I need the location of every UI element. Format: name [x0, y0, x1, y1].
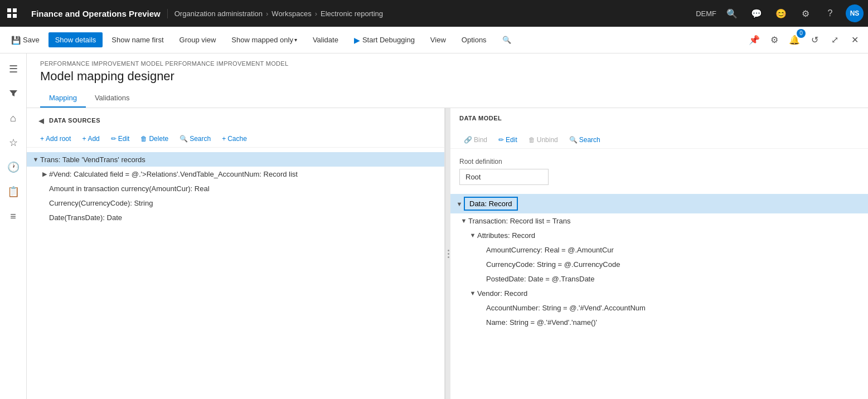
add-root-icon: + [40, 135, 44, 143]
date-label: Date(TransDate): Date [49, 213, 122, 222]
panel-splitter[interactable] [446, 108, 450, 399]
debug-icon: ▶ [354, 36, 360, 45]
data-sources-panel: ◀ DATA SOURCES + Add root + Add ✏ E [27, 108, 446, 399]
unbind-button[interactable]: 🗑 Unbind [524, 134, 562, 146]
transaction-collapse-toggle[interactable]: ▼ [459, 216, 468, 225]
vend-label: #Vend: Calculated field = @.'>Relations'… [49, 170, 298, 178]
save-button[interactable]: 💾 Save [4, 32, 46, 48]
group-view-button[interactable]: Group view [173, 32, 223, 47]
show-mapped-only-button[interactable]: Show mapped only ▾ [225, 32, 304, 47]
sidebar-item-home[interactable]: ⌂ [2, 107, 25, 129]
settings-icon[interactable]: ⚙ [765, 31, 783, 49]
user-avatar[interactable]: NS [846, 4, 864, 22]
data-sources-header: ◀ DATA SOURCES [27, 108, 444, 130]
name-label: Name: String = @.'#Vend'.'name()' [486, 318, 597, 327]
edit-button[interactable]: ✏ Edit [106, 133, 134, 145]
dm-tree-item-currency-code[interactable]: ▶ CurrencyCode: String = @.CurrencyCode [450, 257, 868, 271]
search-nav-icon[interactable]: 🔍 [723, 4, 741, 22]
dm-search-icon: 🔍 [569, 136, 578, 144]
page-breadcrumb: PERFORMANCE IMPROVEMENT MODEL PERFORMANC… [40, 60, 855, 67]
top-nav: Finance and Operations Preview Organizat… [0, 0, 868, 27]
dm-edit-button[interactable]: ✏ Edit [494, 134, 522, 146]
breadcrumb-workspaces[interactable]: Workspaces [271, 9, 311, 18]
main-layout: ☰ ⌂ ☆ 🕐 📋 ≡ PERFORMANCE IMPROVEMENT MODE… [0, 53, 868, 399]
add-button[interactable]: + Add [77, 133, 104, 145]
add-root-button[interactable]: + Add root [36, 133, 75, 145]
view-button[interactable]: View [424, 32, 453, 47]
cache-icon: + [222, 135, 226, 143]
data-model-panel: DATA MODEL 🔗 Bind ✏ Edit 🗑 Unbind [450, 108, 868, 399]
refresh-icon[interactable]: ↺ [806, 31, 823, 49]
trans-collapse-toggle[interactable]: ▼ [31, 155, 40, 164]
sidebar-item-workspaces[interactable]: 📋 [2, 181, 25, 203]
start-debugging-button[interactable]: ▶ Start Debugging [347, 32, 421, 48]
bind-button[interactable]: 🔗 Bind [459, 134, 492, 146]
svg-rect-0 [7, 8, 11, 12]
sidebar-item-favorites[interactable]: ☆ [2, 132, 25, 154]
chat-icon[interactable]: 💬 [748, 4, 765, 22]
validate-button[interactable]: Validate [306, 32, 345, 47]
app-grid-button[interactable] [4, 6, 20, 21]
content-area: PERFORMANCE IMPROVEMENT MODEL PERFORMANC… [27, 53, 868, 399]
search-button[interactable]: 🔍 Search [175, 133, 215, 145]
dm-tree-item-account-number[interactable]: ▶ AccountNumber: String = @.'#Vend'.Acco… [450, 300, 868, 315]
data-collapse-toggle[interactable]: ▼ [455, 199, 464, 208]
sidebar-item-recent[interactable]: 🕐 [2, 156, 25, 178]
sidebar: ☰ ⌂ ☆ 🕐 📋 ≡ [0, 53, 27, 399]
smiley-icon[interactable]: 😊 [772, 4, 790, 22]
dm-tree-item-vendor[interactable]: ▼ Vendor: Record [450, 286, 868, 300]
tree-item-trans[interactable]: ▼ Trans: Table 'VendTrans' records [27, 152, 444, 167]
dm-tree-item-name[interactable]: ▶ Name: String = @.'#Vend'.'name()' [450, 315, 868, 329]
sidebar-item-modules[interactable]: ≡ [2, 205, 25, 227]
panel-collapse-toggle[interactable]: ◀ [36, 115, 47, 126]
root-definition-value[interactable]: Root [459, 169, 549, 185]
delete-icon: 🗑 [140, 135, 147, 143]
show-details-button[interactable]: Show details [49, 32, 103, 47]
breadcrumb-model-link[interactable]: PERFORMANCE IMPROVEMENT MODEL [40, 60, 165, 67]
data-sources-title: DATA SOURCES [49, 117, 100, 124]
tree-item-currency[interactable]: ▶ Currency(CurrencyCode): String [27, 196, 444, 210]
dm-tree-item-transaction[interactable]: ▼ Transaction: Record list = Trans [450, 213, 868, 228]
show-name-first-button[interactable]: Show name first [105, 32, 170, 47]
tree-item-vend[interactable]: ▶ #Vend: Calculated field = @.'>Relation… [27, 167, 444, 181]
top-nav-right: DEMF 🔍 💬 😊 ⚙ ? NS [696, 4, 864, 22]
search-ds-icon: 🔍 [180, 135, 188, 143]
tree-item-date[interactable]: ▶ Date(TransDate): Date [27, 210, 444, 225]
add-icon: + [82, 135, 86, 143]
svg-rect-2 [7, 14, 11, 18]
sidebar-item-filter[interactable] [2, 82, 25, 105]
breadcrumb-model-static: PERFORMANCE IMPROVEMENT MODEL [165, 60, 288, 67]
vend-expand-toggle[interactable]: ▶ [40, 169, 49, 178]
data-model-header: DATA MODEL [450, 108, 868, 132]
data-sources-tree: ▼ Trans: Table 'VendTrans' records ▶ #Ve… [27, 148, 444, 229]
env-label: DEMF [696, 9, 716, 18]
vendor-collapse-toggle[interactable]: ▼ [468, 289, 477, 298]
tree-item-amount[interactable]: ▶ Amount in transaction currency(AmountC… [27, 181, 444, 196]
dm-tree-item-attributes[interactable]: ▼ Attributes: Record [450, 228, 868, 242]
options-button[interactable]: Options [455, 32, 493, 47]
bind-icon: 🔗 [464, 136, 472, 144]
tab-mapping[interactable]: Mapping [40, 89, 86, 108]
currency-code-label: CurrencyCode: String = @.CurrencyCode [486, 260, 620, 269]
dm-tree-item-posted-date[interactable]: ▶ PostedDate: Date = @.TransDate [450, 271, 868, 286]
action-search-button[interactable]: 🔍 [496, 32, 518, 47]
dm-search-button[interactable]: 🔍 Search [565, 134, 605, 146]
split-panel: ◀ DATA SOURCES + Add root + Add ✏ E [27, 108, 868, 399]
cache-button[interactable]: + Cache [217, 133, 251, 145]
expand-icon[interactable]: ⤢ [826, 31, 843, 49]
data-model-title: DATA MODEL [459, 115, 859, 121]
account-number-label: AccountNumber: String = @.'#Vend'.Accoun… [486, 304, 646, 312]
tab-validations[interactable]: Validations [86, 89, 139, 108]
pin-icon[interactable]: 📌 [745, 31, 763, 49]
settings-nav-icon[interactable]: ⚙ [797, 4, 814, 22]
sidebar-item-menu[interactable]: ☰ [2, 58, 25, 80]
dm-tree-item-data[interactable]: ▼ Data: Record [450, 194, 868, 213]
delete-button[interactable]: 🗑 Delete [136, 133, 173, 145]
notification-badge: 0 [797, 29, 806, 38]
attributes-collapse-toggle[interactable]: ▼ [468, 231, 477, 240]
help-icon[interactable]: ? [821, 4, 839, 22]
dm-tree-item-amount-currency[interactable]: ▶ AmountCurrency: Real = @.AmountCur [450, 242, 868, 257]
close-icon[interactable]: ✕ [846, 31, 864, 49]
breadcrumb-org[interactable]: Organization administration [174, 9, 263, 18]
breadcrumb-reporting[interactable]: Electronic reporting [321, 9, 383, 18]
